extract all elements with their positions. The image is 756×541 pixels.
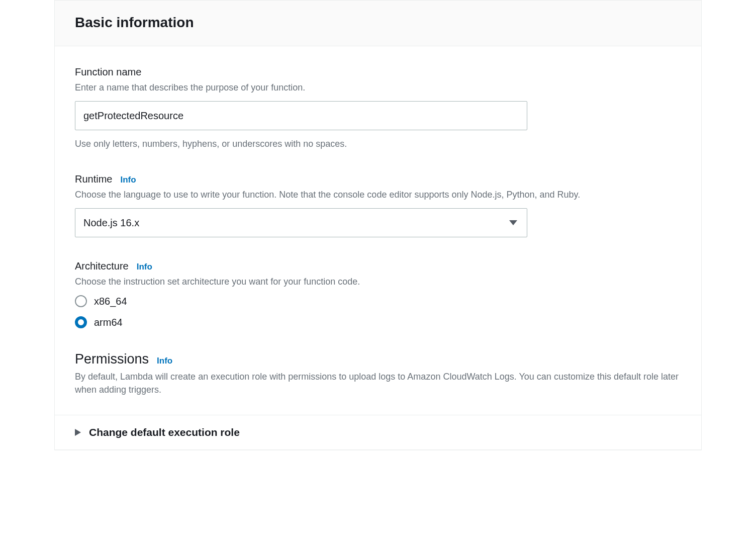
runtime-group: Runtime Info Choose the language to use …	[75, 173, 681, 237]
architecture-label: Architecture	[75, 260, 129, 272]
svg-marker-1	[75, 429, 81, 436]
architecture-group: Architecture Info Choose the instruction…	[75, 260, 681, 328]
panel-header: Basic information	[55, 1, 701, 46]
permissions-info-link[interactable]: Info	[157, 356, 172, 366]
permissions-heading: Permissions	[75, 351, 149, 367]
architecture-radio-arm64[interactable]: arm64	[75, 316, 681, 328]
function-name-group: Function name Enter a name that describe…	[75, 66, 681, 150]
radio-icon	[75, 295, 87, 307]
architecture-radio-arm64-label: arm64	[94, 317, 123, 328]
runtime-label: Runtime	[75, 173, 112, 185]
function-name-input[interactable]	[75, 101, 527, 130]
runtime-select[interactable]: Node.js 16.x	[75, 208, 527, 237]
function-name-help-below: Use only letters, numbers, hyphens, or u…	[75, 137, 681, 150]
architecture-info-link[interactable]: Info	[137, 262, 152, 272]
basic-information-panel: Basic information Function name Enter a …	[54, 0, 702, 450]
change-execution-role-label: Change default execution role	[89, 426, 240, 438]
panel-title: Basic information	[75, 15, 681, 31]
caret-right-icon	[75, 429, 81, 436]
architecture-radio-x86-label: x86_64	[94, 296, 127, 307]
change-execution-role-toggle[interactable]: Change default execution role	[75, 426, 681, 438]
runtime-help: Choose the language to use to write your…	[75, 188, 681, 201]
function-name-help-above: Enter a name that describes the purpose …	[75, 81, 681, 94]
radio-icon	[75, 316, 87, 328]
architecture-help: Choose the instruction set architecture …	[75, 275, 681, 288]
runtime-selected-value: Node.js 16.x	[83, 217, 139, 229]
function-name-label: Function name	[75, 66, 141, 78]
permissions-help: By default, Lambda will create an execut…	[75, 370, 681, 396]
architecture-radio-x86[interactable]: x86_64	[75, 295, 681, 307]
permissions-group: Permissions Info By default, Lambda will…	[75, 351, 681, 396]
runtime-info-link[interactable]: Info	[120, 175, 136, 185]
